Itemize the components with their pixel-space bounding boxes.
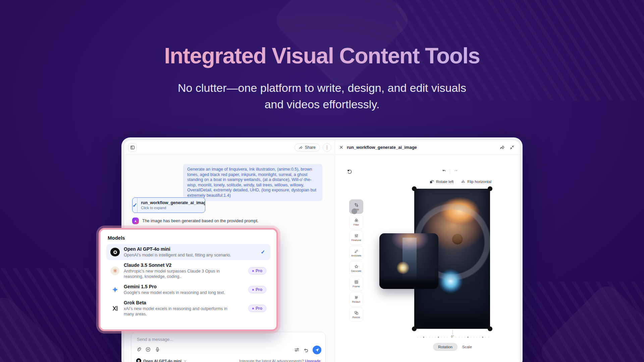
undo-icon: [304, 348, 309, 353]
model-selector[interactable]: ✻ Open AI GPT-4o mini: [136, 358, 187, 362]
revert-history-button[interactable]: [347, 169, 352, 174]
microphone-button[interactable]: [155, 347, 160, 352]
tool-label: Finetune: [351, 239, 361, 242]
forward-arrow-icon: [500, 145, 505, 150]
generated-image-preview[interactable]: [379, 233, 438, 289]
flip-horizontal-label: Flip horizontal: [467, 180, 491, 184]
model-row-gemini[interactable]: Gemini 1.5 Pro Google's new model excels…: [106, 282, 270, 298]
tune-settings-button[interactable]: [294, 347, 300, 353]
editor-title: run_workflow_generate_ai_image: [347, 145, 417, 150]
page-subtitle: No clutter—one platform to write, design…: [0, 80, 644, 113]
collapse-button[interactable]: [509, 145, 515, 150]
tab-scale[interactable]: Scale: [462, 345, 472, 349]
rotation-value: 0°: [449, 335, 455, 338]
resize-icon: [354, 311, 359, 315]
rotate-left-icon: [430, 179, 434, 184]
selected-check-icon: ✓: [261, 249, 265, 255]
rotate-left-label: Rotate left: [436, 180, 453, 184]
model-texts: Grok Beta xAI's new model excels in reas…: [124, 300, 244, 317]
model-texts: Gemini 1.5 Pro Google's new model excels…: [124, 284, 244, 295]
pro-dot: [252, 308, 254, 309]
pro-badge-label: Pro: [256, 268, 262, 273]
tool-label: Decorate: [351, 269, 361, 273]
pro-dot: [252, 289, 254, 291]
chat-header: Share ⋮: [124, 140, 335, 155]
xai-glyph: [112, 305, 118, 312]
chevron-down-icon: [183, 359, 187, 362]
frame-icon: [354, 280, 359, 284]
send-plane-icon: [315, 348, 319, 352]
undo-icon: [442, 169, 446, 174]
attach-file-button[interactable]: [136, 347, 141, 352]
pro-dot: [252, 270, 254, 272]
tool-label: Filter: [354, 223, 359, 226]
send-button[interactable]: [313, 346, 321, 354]
close-editor-button[interactable]: [339, 145, 343, 149]
subtitle-line-1: No clutter—one platform to write, design…: [0, 80, 644, 96]
star-icon: [354, 264, 359, 269]
filter-icon: [354, 218, 359, 223]
crop-handle-bottom-right[interactable]: [488, 326, 492, 331]
tool-label: Redact: [352, 300, 360, 303]
gemini-sparkle: [111, 286, 119, 293]
upgrade-link[interactable]: Upgrade: [305, 359, 321, 362]
editor-header: run_workflow_generate_ai_image: [335, 140, 520, 155]
undo-button[interactable]: [442, 169, 446, 174]
openai-knot: [112, 249, 118, 255]
claude-logo-icon: ✳: [110, 266, 120, 276]
model-row-gpt4o-mini[interactable]: Open AI GPT-4o mini OpenAI's model is in…: [106, 244, 270, 260]
collapse-icon: [509, 145, 515, 150]
flip-horizontal-button[interactable]: Flip horizontal: [461, 179, 491, 184]
rotation-ruler[interactable]: 0°: [416, 336, 489, 339]
rotate-left-button[interactable]: Rotate left: [430, 179, 453, 184]
tool-redact[interactable]: Redact: [349, 292, 363, 306]
user-prompt-message: Generate an image of linquivera, Ink ill…: [183, 164, 322, 201]
assistant-avatar: ▲: [132, 218, 139, 224]
workflow-result-card[interactable]: ✓ run_workflow_generate_ai_image Click t…: [132, 197, 205, 213]
workflow-card-text: run_workflow_generate_ai_image Click to …: [138, 198, 205, 213]
models-callout-panel: Models Open AI GPT-4o mini OpenAI's mode…: [99, 228, 278, 331]
crop-handle-top-right[interactable]: [488, 186, 492, 191]
redo-button[interactable]: [453, 169, 458, 174]
tool-crop[interactable]: Crop: [349, 199, 363, 214]
tool-label: Annotate: [351, 254, 361, 257]
tool-label: Frame: [353, 285, 360, 288]
cursor-dot: [352, 208, 357, 214]
tool-filter[interactable]: Filter: [349, 215, 363, 229]
export-share-button[interactable]: [500, 145, 505, 150]
pro-badge: Pro: [248, 267, 266, 275]
share-button[interactable]: Share: [294, 143, 320, 152]
model-texts: Claude 3.5 Sonnet V2 Anthropic's new mod…: [124, 262, 244, 279]
image-editor-panel: Rotate left Flip horizontal: [335, 155, 520, 362]
more-options-button[interactable]: ⋮: [323, 143, 331, 152]
tool-frame[interactable]: Frame: [349, 277, 363, 291]
revert-icon: [347, 169, 352, 174]
tool-decorate[interactable]: Decorate: [349, 261, 363, 276]
model-row-claude[interactable]: ✳ Claude 3.5 Sonnet V2 Anthropic's new m…: [106, 260, 270, 282]
ruler-center-tick: [452, 329, 453, 335]
rotate-flip-controls: Rotate left Flip horizontal: [430, 179, 491, 184]
divider: [450, 169, 450, 174]
crop-handle-top-left[interactable]: [412, 186, 417, 191]
flip-horizontal-icon: [461, 179, 465, 184]
window-header: Share ⋮ run_workflow_generate_ai_image: [124, 140, 520, 155]
crop-handle-bottom-left[interactable]: [412, 326, 417, 331]
model-name: Grok Beta: [124, 300, 244, 305]
model-description: Google's new model excels in reasoning a…: [124, 290, 234, 295]
voice-wave-button[interactable]: [146, 347, 151, 352]
share-button-label: Share: [305, 145, 316, 150]
tab-rotation[interactable]: Rotation: [433, 343, 458, 351]
undo-redo-group: [442, 169, 458, 174]
tool-annotate[interactable]: Annotate: [349, 246, 363, 260]
model-description: Anthropic's new model surpasses Claude 3…: [124, 268, 234, 279]
openai-logo-icon: [110, 248, 120, 256]
undo-message-button[interactable]: [304, 348, 309, 353]
tool-finetune[interactable]: Finetune: [349, 230, 363, 245]
message-input[interactable]: [137, 337, 320, 342]
background-stripes: [503, 282, 644, 362]
paperclip-icon: [136, 347, 141, 352]
sidebar-toggle-button[interactable]: [128, 143, 137, 152]
share-icon: [299, 145, 303, 149]
model-row-grok[interactable]: Grok Beta xAI's new model excels in reas…: [106, 298, 270, 319]
tool-resize[interactable]: Resize: [349, 307, 363, 322]
